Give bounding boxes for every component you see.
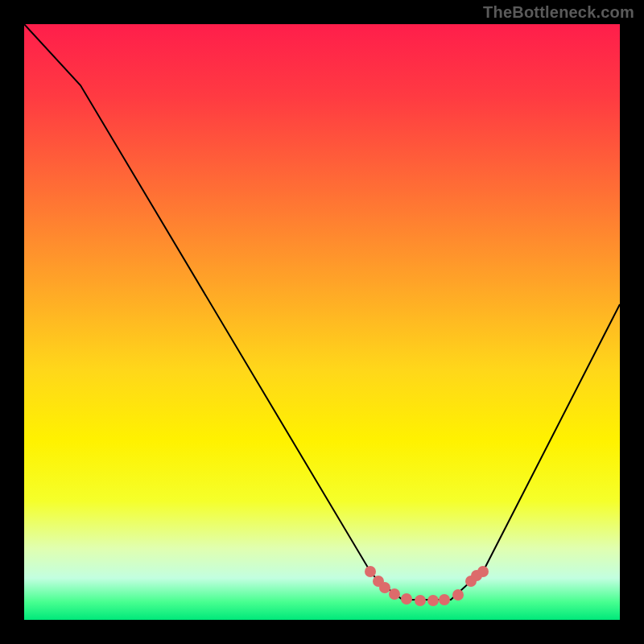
- optimal-zone-dot: [427, 595, 439, 606]
- watermark-text: TheBottleneck.com: [483, 3, 634, 22]
- bottleneck-curve-svg: [24, 24, 620, 620]
- optimal-zone-dot: [415, 595, 426, 606]
- optimal-zone-dot: [365, 566, 376, 577]
- optimal-zone-dot: [439, 594, 450, 605]
- optimal-zone-dot: [389, 588, 400, 600]
- optimal-zone-dot: [477, 566, 489, 577]
- optimal-zone-dot: [452, 589, 464, 601]
- optimal-zone-dot: [401, 593, 412, 605]
- bottleneck-curve: [24, 24, 620, 600]
- optimal-zone-dot: [379, 582, 390, 593]
